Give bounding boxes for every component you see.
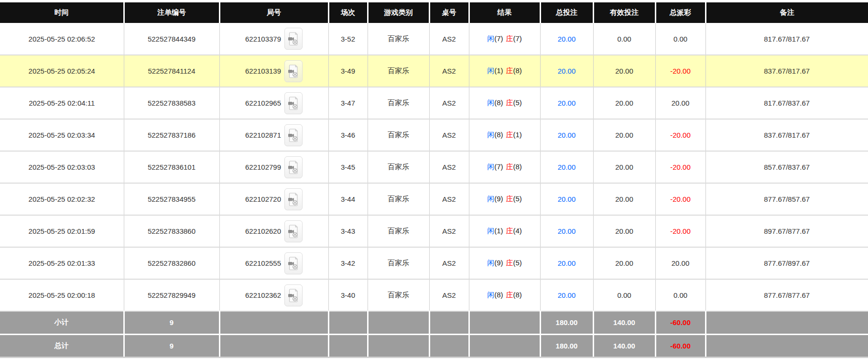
valid-bet-cell: 20.00 bbox=[593, 151, 655, 183]
player-result-label: 闲 bbox=[487, 66, 494, 75]
player-result-score: (9) bbox=[494, 259, 503, 267]
table-footer: 小计 9 180.00 140.00 -60.00 总计 9 180.00 14… bbox=[0, 311, 868, 357]
round-cell: 622102720 bbox=[219, 183, 328, 215]
table-row[interactable]: 2025-05-25 02:01:33 522527832860 6221025… bbox=[0, 247, 868, 279]
banker-result-label: 庄 bbox=[506, 131, 513, 139]
banker-result-label: 庄 bbox=[506, 291, 513, 299]
player-result-label: 闲 bbox=[487, 163, 494, 171]
result-cell: 闲(8)庄(5) bbox=[469, 87, 540, 119]
round-number: 622102362 bbox=[245, 291, 281, 299]
game-type-cell: 百家乐 bbox=[368, 247, 429, 279]
subtotal-empty-table bbox=[429, 311, 469, 334]
total-bet-cell[interactable]: 20.00 bbox=[540, 247, 593, 279]
subtotal-valid-bet: 140.00 bbox=[593, 311, 655, 334]
bet-number-cell: 522527836101 bbox=[124, 151, 219, 183]
session-cell: 3-47 bbox=[328, 87, 368, 119]
video-replay-button[interactable] bbox=[284, 60, 303, 82]
banker-result-label: 庄 bbox=[506, 259, 513, 267]
round-cell: 622103379 bbox=[219, 23, 328, 55]
player-result-score: (1) bbox=[494, 227, 503, 235]
banker-result-score: (4) bbox=[513, 227, 522, 235]
remark-cell: 897.67/877.67 bbox=[705, 215, 868, 247]
video-replay-button[interactable] bbox=[284, 124, 303, 146]
time-cell: 2025-05-25 02:05:24 bbox=[0, 55, 124, 87]
col-header-remark: 备注 bbox=[705, 2, 868, 23]
time-cell: 2025-05-25 02:03:03 bbox=[0, 151, 124, 183]
payout-cell: -20.00 bbox=[655, 151, 705, 183]
total-bet-cell[interactable]: 20.00 bbox=[540, 183, 593, 215]
result-cell: 闲(7)庄(7) bbox=[469, 23, 540, 55]
total-bet-cell[interactable]: 20.00 bbox=[540, 23, 593, 55]
session-cell: 3-49 bbox=[328, 55, 368, 87]
table-row[interactable]: 2025-05-25 02:06:52 522527844349 6221033… bbox=[0, 23, 868, 55]
valid-bet-cell: 20.00 bbox=[593, 247, 655, 279]
total-row: 总计 9 180.00 140.00 -60.00 bbox=[0, 334, 868, 357]
total-bet-cell[interactable]: 20.00 bbox=[540, 55, 593, 87]
bet-number-cell: 522527833860 bbox=[124, 215, 219, 247]
total-payout: -60.00 bbox=[655, 334, 705, 357]
bet-number-cell: 522527834955 bbox=[124, 183, 219, 215]
header-row: 时间 注单编号 局号 场次 游戏类别 桌号 结果 总投注 有效投注 总派彩 备注 bbox=[0, 2, 868, 23]
table-number-cell: AS2 bbox=[429, 215, 469, 247]
table-row[interactable]: 2025-05-25 02:03:34 522527837186 6221028… bbox=[0, 119, 868, 151]
table-header: 时间 注单编号 局号 场次 游戏类别 桌号 结果 总投注 有效投注 总派彩 备注 bbox=[0, 2, 868, 23]
valid-bet-cell: 20.00 bbox=[593, 183, 655, 215]
total-bet-cell[interactable]: 20.00 bbox=[540, 151, 593, 183]
subtotal-empty-session bbox=[328, 311, 368, 334]
table-row[interactable]: 2025-05-25 02:01:59 522527833860 6221026… bbox=[0, 215, 868, 247]
payout-cell: 0.00 bbox=[655, 23, 705, 55]
table-number-cell: AS2 bbox=[429, 151, 469, 183]
total-bet-cell[interactable]: 20.00 bbox=[540, 119, 593, 151]
banker-result-score: (5) bbox=[513, 259, 522, 267]
banker-result-score: (8) bbox=[513, 66, 522, 75]
total-count: 9 bbox=[124, 334, 219, 357]
banker-result-label: 庄 bbox=[506, 34, 513, 43]
player-result-score: (8) bbox=[494, 98, 503, 107]
result-cell: 闲(8)庄(8) bbox=[469, 279, 540, 311]
player-result-score: (9) bbox=[494, 195, 503, 203]
video-replay-button[interactable] bbox=[284, 156, 303, 178]
banker-result-label: 庄 bbox=[506, 163, 513, 171]
time-cell: 2025-05-25 02:03:34 bbox=[0, 119, 124, 151]
player-result-label: 闲 bbox=[487, 34, 494, 43]
game-type-cell: 百家乐 bbox=[368, 87, 429, 119]
time-cell: 2025-05-25 02:00:18 bbox=[0, 279, 124, 311]
video-replay-button[interactable] bbox=[284, 92, 303, 114]
round-cell: 622102965 bbox=[219, 87, 328, 119]
bet-number-cell: 522527837186 bbox=[124, 119, 219, 151]
col-header-payout: 总派彩 bbox=[655, 2, 705, 23]
game-type-cell: 百家乐 bbox=[368, 183, 429, 215]
total-bet-cell[interactable]: 20.00 bbox=[540, 279, 593, 311]
table-number-cell: AS2 bbox=[429, 279, 469, 311]
video-replay-button[interactable] bbox=[284, 220, 303, 242]
table-row[interactable]: 2025-05-25 02:04:11 522527838583 6221029… bbox=[0, 87, 868, 119]
video-replay-button[interactable] bbox=[284, 28, 303, 50]
video-replay-button[interactable] bbox=[284, 188, 303, 210]
valid-bet-cell: 20.00 bbox=[593, 119, 655, 151]
banker-result-score: (8) bbox=[513, 291, 522, 299]
time-cell: 2025-05-25 02:04:11 bbox=[0, 87, 124, 119]
player-result-score: (8) bbox=[494, 131, 503, 139]
table-row[interactable]: 2025-05-25 02:02:32 522527834955 6221027… bbox=[0, 183, 868, 215]
round-number: 622102871 bbox=[245, 131, 281, 139]
table-number-cell: AS2 bbox=[429, 23, 469, 55]
total-empty-gametype bbox=[368, 334, 429, 357]
table-row[interactable]: 2025-05-25 02:00:18 522527829949 6221023… bbox=[0, 279, 868, 311]
total-bet-cell[interactable]: 20.00 bbox=[540, 87, 593, 119]
video-replay-button[interactable] bbox=[284, 284, 303, 306]
session-cell: 3-40 bbox=[328, 279, 368, 311]
total-empty-session bbox=[328, 334, 368, 357]
col-header-result: 结果 bbox=[469, 2, 540, 23]
total-bet-cell[interactable]: 20.00 bbox=[540, 215, 593, 247]
table-row[interactable]: 2025-05-25 02:03:03 522527836101 6221027… bbox=[0, 151, 868, 183]
result-cell: 闲(9)庄(5) bbox=[469, 247, 540, 279]
video-replay-button[interactable] bbox=[284, 252, 303, 274]
subtotal-empty-round bbox=[219, 311, 328, 334]
col-header-bet-number: 注单编号 bbox=[124, 2, 219, 23]
round-number: 622102965 bbox=[245, 99, 281, 107]
round-number: 622103139 bbox=[245, 67, 281, 75]
table-body: 2025-05-25 02:06:52 522527844349 6221033… bbox=[0, 23, 868, 311]
col-header-session: 场次 bbox=[328, 2, 368, 23]
table-row[interactable]: 2025-05-25 02:05:24 522527841124 6221031… bbox=[0, 55, 868, 87]
player-result-score: (7) bbox=[494, 34, 503, 43]
